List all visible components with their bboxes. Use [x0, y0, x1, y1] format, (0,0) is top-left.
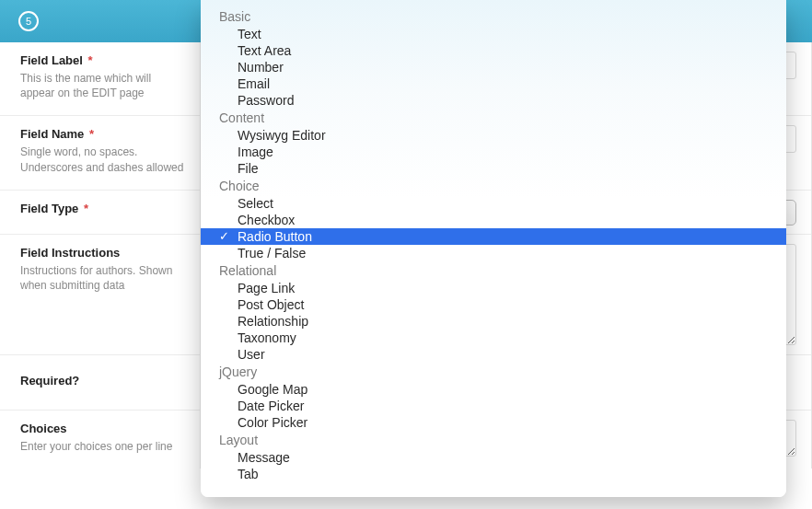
- optgroup-label: Layout: [201, 431, 786, 449]
- option-wysiwyg-editor[interactable]: Wysiwyg Editor: [201, 127, 786, 144]
- label-col: Choices Enter your choices one per line: [0, 411, 201, 469]
- option-date-picker[interactable]: Date Picker: [201, 398, 786, 414]
- choices-hint: Enter your choices one per line: [20, 439, 185, 454]
- step-badge: 5: [18, 11, 39, 31]
- optgroup-label: Content: [201, 109, 786, 127]
- step-number: 5: [26, 16, 31, 27]
- required-star: *: [88, 53, 93, 67]
- option-select[interactable]: Select: [201, 195, 786, 212]
- required-star: *: [84, 202, 88, 215]
- option-radio-button[interactable]: Radio Button: [201, 228, 786, 245]
- label-col: Field Label * This is the name which wil…: [0, 42, 201, 115]
- option-tab[interactable]: Tab: [201, 466, 786, 482]
- option-text[interactable]: Text: [201, 26, 786, 42]
- field-type-title: Field Type: [20, 202, 78, 215]
- label-col: Field Instructions Instructions for auth…: [0, 235, 201, 354]
- option-email[interactable]: Email: [201, 75, 786, 92]
- field-type-dropdown-popup[interactable]: BasicTextText AreaNumberEmailPasswordCon…: [201, 0, 786, 497]
- option-password[interactable]: Password: [201, 92, 786, 109]
- optgroup-label: jQuery: [201, 363, 786, 381]
- field-instructions-title: Field Instructions: [20, 246, 120, 260]
- option-post-object[interactable]: Post Object: [201, 296, 786, 313]
- option-taxonomy[interactable]: Taxonomy: [201, 330, 786, 346]
- optgroup-label: Basic: [201, 7, 786, 26]
- option-relationship[interactable]: Relationship: [201, 313, 786, 330]
- option-true-false[interactable]: True / False: [201, 245, 786, 261]
- required-title: Required?: [20, 374, 79, 388]
- option-user[interactable]: User: [201, 346, 786, 363]
- option-google-map[interactable]: Google Map: [201, 381, 786, 398]
- option-checkbox[interactable]: Checkbox: [201, 212, 786, 228]
- field-instructions-hint: Instructions for authors. Shown when sub…: [20, 263, 185, 293]
- optgroup-label: Choice: [201, 177, 786, 195]
- optgroup-label: Relational: [201, 261, 786, 280]
- option-text-area[interactable]: Text Area: [201, 42, 786, 59]
- required-star: *: [89, 127, 94, 141]
- option-color-picker[interactable]: Color Picker: [201, 414, 786, 431]
- field-label-title: Field Label: [20, 53, 83, 67]
- option-file[interactable]: File: [201, 160, 786, 177]
- option-number[interactable]: Number: [201, 59, 786, 75]
- label-col: Field Type *: [0, 191, 201, 234]
- label-col: Field Name * Single word, no spaces. Und…: [0, 116, 201, 189]
- option-message[interactable]: Message: [201, 449, 786, 466]
- field-label-hint: This is the name which will appear on th…: [20, 71, 185, 100]
- choices-title: Choices: [20, 422, 67, 435]
- field-name-hint: Single word, no spaces. Underscores and …: [20, 145, 185, 174]
- option-image[interactable]: Image: [201, 144, 786, 160]
- option-page-link[interactable]: Page Link: [201, 280, 786, 296]
- field-name-title: Field Name: [20, 127, 84, 141]
- label-col: Required?: [0, 355, 201, 410]
